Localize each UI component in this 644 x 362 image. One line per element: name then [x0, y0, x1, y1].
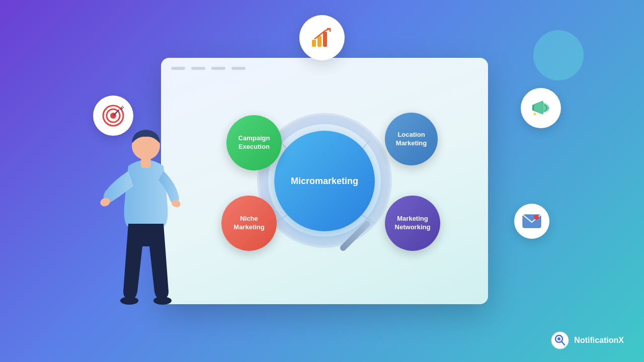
megaphone-icon: ✦	[530, 97, 552, 119]
svg-rect-1	[317, 36, 321, 47]
brand-name: NotificationX	[574, 336, 624, 345]
campaign-execution-label: CampaignExecution	[238, 134, 270, 151]
svg-rect-2	[323, 32, 327, 47]
chrome-dot-3	[211, 67, 225, 70]
svg-point-21	[120, 297, 138, 305]
svg-rect-10	[532, 105, 534, 111]
svg-rect-0	[312, 40, 316, 47]
decorative-circle-top-right	[533, 30, 584, 80]
marketing-networking-label: MarketingNetworking	[395, 215, 431, 232]
card-header	[161, 58, 488, 75]
marketing-networking-node: MarketingNetworking	[385, 196, 440, 251]
branding-area: NotificationX	[551, 331, 624, 349]
svg-point-22	[153, 297, 172, 305]
megaphone-icon-circle: ✦	[521, 88, 561, 128]
location-marketing-label: LocationMarketing	[396, 131, 427, 148]
location-marketing-node: LocationMarketing	[385, 113, 438, 165]
mind-map-diagram: Micromarketing CampaignExecution Locatio…	[161, 75, 488, 291]
svg-point-13	[534, 215, 539, 220]
center-micromarketing-circle: Micromarketing	[274, 131, 375, 231]
campaign-execution-node: CampaignExecution	[226, 115, 282, 170]
chart-icon-circle	[299, 15, 345, 60]
center-label: Micromarketing	[291, 176, 358, 187]
svg-rect-23	[141, 158, 151, 168]
target-icon	[102, 104, 125, 127]
person-figure	[98, 126, 194, 317]
chrome-dot-2	[191, 67, 205, 70]
email-icon	[522, 213, 541, 229]
main-diagram-card: Micromarketing CampaignExecution Locatio…	[161, 58, 488, 304]
notificationx-logo	[551, 331, 569, 349]
chrome-dot-4	[231, 67, 246, 70]
niche-marketing-label: NicheMarketing	[233, 215, 264, 232]
chart-icon	[311, 28, 333, 48]
svg-point-24	[551, 332, 569, 349]
email-icon-circle	[514, 204, 549, 239]
svg-point-27	[557, 337, 560, 340]
chrome-dot-1	[171, 67, 185, 70]
svg-text:✦: ✦	[532, 111, 537, 118]
niche-marketing-node: NicheMarketing	[221, 196, 277, 251]
svg-line-6	[114, 110, 119, 115]
